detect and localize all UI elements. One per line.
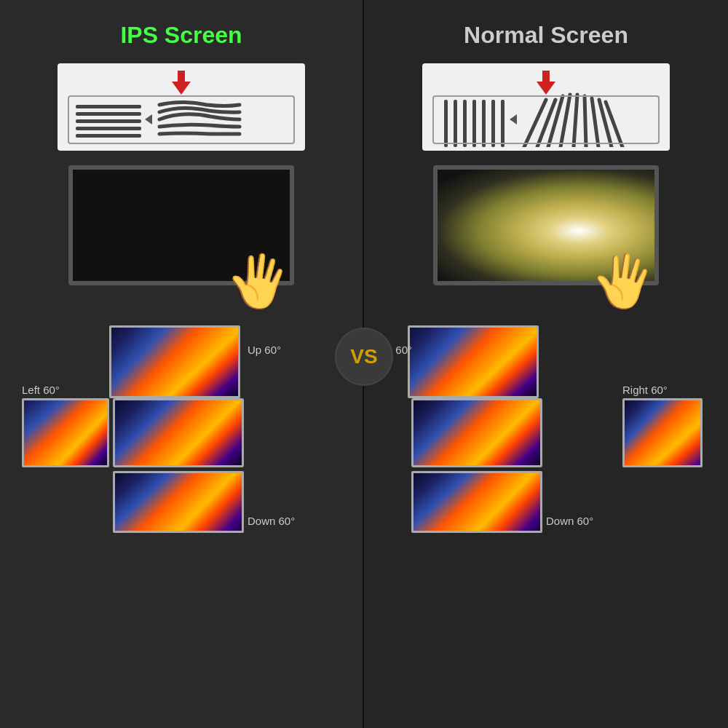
svg-rect-4 bbox=[76, 134, 141, 138]
svg-line-13 bbox=[537, 100, 555, 147]
svg-rect-5 bbox=[444, 100, 448, 147]
ips-center-screen bbox=[113, 398, 244, 467]
ips-center-inner bbox=[115, 400, 242, 465]
right-panel: Normal Screen bbox=[364, 0, 728, 728]
normal-angles-container: Up 60° Right 60° Down 60° bbox=[386, 325, 706, 537]
ips-lines-after bbox=[159, 103, 240, 135]
svg-line-17 bbox=[585, 96, 586, 147]
svg-rect-0 bbox=[76, 105, 141, 108]
normal-right-screen bbox=[622, 398, 703, 467]
ips-lines-before bbox=[76, 105, 141, 138]
ips-angles-container: Up 60° Left 60° Down 60° bbox=[22, 325, 342, 537]
svg-rect-1 bbox=[76, 112, 141, 116]
vs-text: VS bbox=[350, 345, 377, 368]
normal-red-arrow bbox=[537, 71, 555, 95]
svg-rect-9 bbox=[482, 100, 486, 147]
normal-right-label: Right 60° bbox=[622, 384, 668, 396]
svg-line-18 bbox=[592, 98, 598, 147]
main-container: IPS Screen bbox=[0, 0, 728, 728]
svg-rect-11 bbox=[501, 100, 505, 147]
ips-arrow-right bbox=[145, 114, 152, 124]
normal-diagram-svg bbox=[430, 67, 662, 147]
ips-left-screen bbox=[22, 398, 109, 467]
left-panel: IPS Screen bbox=[0, 0, 364, 728]
normal-lines-before bbox=[444, 100, 505, 147]
ips-title: IPS Screen bbox=[22, 22, 341, 49]
ips-down-label: Down 60° bbox=[248, 515, 295, 527]
normal-bottom-inner bbox=[411, 473, 542, 533]
svg-line-19 bbox=[599, 100, 612, 147]
normal-top-screen bbox=[408, 325, 539, 398]
ips-left-label: Left 60° bbox=[22, 384, 60, 396]
normal-arrow-right bbox=[510, 114, 517, 124]
ips-top-screen-inner bbox=[109, 325, 240, 396]
ips-press-container: 🖐 bbox=[58, 165, 305, 311]
svg-line-12 bbox=[524, 100, 546, 147]
ips-red-arrow bbox=[172, 71, 191, 95]
ips-up-label: Up 60° bbox=[248, 344, 281, 356]
svg-rect-7 bbox=[463, 100, 467, 147]
ips-diagram-box bbox=[58, 63, 305, 151]
normal-diagram-box bbox=[422, 63, 670, 151]
svg-line-16 bbox=[574, 95, 577, 147]
svg-rect-8 bbox=[472, 100, 476, 147]
svg-rect-6 bbox=[454, 100, 457, 147]
normal-bottom-screen bbox=[411, 471, 542, 533]
ips-top-screen bbox=[109, 325, 240, 398]
normal-hand-icon: 🖐 bbox=[587, 246, 660, 316]
vs-circle: VS bbox=[335, 328, 393, 386]
normal-top-inner bbox=[408, 325, 539, 396]
svg-rect-2 bbox=[76, 119, 141, 123]
svg-rect-3 bbox=[76, 127, 141, 130]
ips-left-screen-inner bbox=[22, 398, 107, 467]
normal-center-screen bbox=[411, 398, 542, 467]
normal-right-inner bbox=[625, 398, 703, 467]
svg-rect-10 bbox=[491, 100, 495, 147]
ips-bottom-inner bbox=[113, 473, 244, 533]
normal-lines-after bbox=[524, 95, 622, 147]
ips-bottom-screen bbox=[113, 471, 244, 533]
ips-diagram-svg bbox=[65, 67, 298, 147]
normal-title: Normal Screen bbox=[386, 22, 706, 49]
ips-hand-icon: 🖐 bbox=[223, 246, 296, 316]
normal-press-container: 🖐 bbox=[422, 165, 670, 311]
normal-center-inner bbox=[414, 400, 540, 465]
normal-down-label: Down 60° bbox=[546, 515, 593, 527]
